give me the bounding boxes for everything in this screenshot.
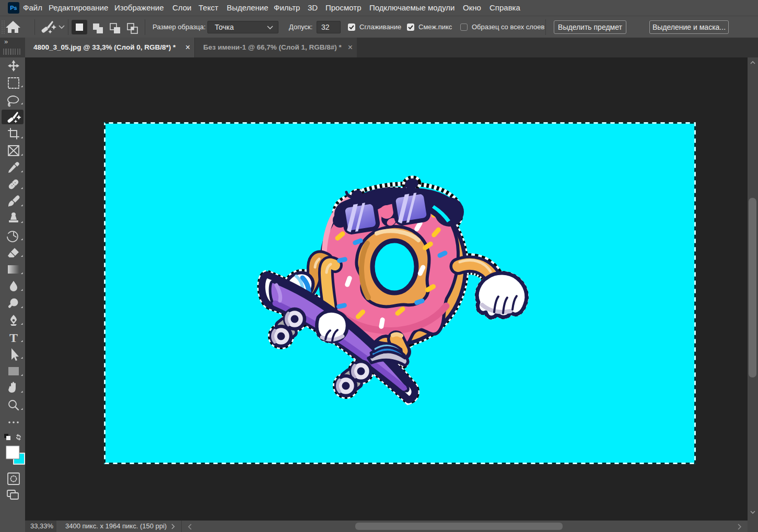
svg-text:T: T [9,331,18,345]
